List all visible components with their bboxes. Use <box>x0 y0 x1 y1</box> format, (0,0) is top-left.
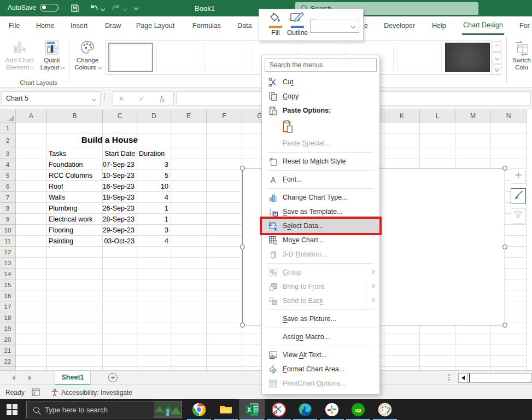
cell[interactable] <box>171 290 207 301</box>
chart-style-thumbnail[interactable] <box>108 43 153 72</box>
sheet-nav-right-icon[interactable] <box>28 375 32 381</box>
cell[interactable] <box>103 258 137 269</box>
cell[interactable] <box>491 334 527 345</box>
taskbar-app-slack[interactable] <box>319 399 345 420</box>
cell[interactable] <box>171 247 207 258</box>
cell[interactable] <box>207 334 242 345</box>
cell[interactable] <box>16 334 47 345</box>
cell[interactable] <box>103 356 137 367</box>
cell[interactable] <box>137 356 171 367</box>
cell-B9[interactable]: Electrical work <box>47 214 103 225</box>
cell[interactable] <box>103 334 137 345</box>
menu-item-reset-to-match-style[interactable]: Reset to Match Style <box>262 154 379 168</box>
accessibility-icon[interactable] <box>50 388 59 396</box>
sheet-tab-sheet1[interactable]: Sheet1 <box>55 371 91 385</box>
save-icon[interactable] <box>70 3 80 13</box>
cell[interactable] <box>103 345 137 356</box>
accessibility-status[interactable]: Accessibility: Investigate <box>61 389 132 396</box>
cell[interactable] <box>16 247 47 258</box>
chart-resize-handle[interactable] <box>502 323 507 328</box>
row-header-5[interactable]: 5 <box>0 170 16 181</box>
cell[interactable] <box>137 345 171 356</box>
cell[interactable] <box>137 269 171 279</box>
cell[interactable] <box>16 345 47 356</box>
chart-resize-handle[interactable] <box>240 244 245 249</box>
cell[interactable] <box>47 247 103 258</box>
tab-draw[interactable]: Draw <box>104 16 122 35</box>
cell[interactable] <box>16 181 47 192</box>
start-button[interactable] <box>7 404 17 415</box>
menu-item-paste-default[interactable] <box>262 118 379 136</box>
cell[interactable] <box>207 290 242 301</box>
cell[interactable] <box>137 247 171 258</box>
cell[interactable] <box>171 225 207 236</box>
cell[interactable] <box>103 279 137 290</box>
column-header-c[interactable]: C <box>103 109 137 122</box>
cell-B5[interactable]: RCC Columns <box>47 170 103 181</box>
cell-B4[interactable]: Foundation <box>47 159 103 170</box>
row-header-4[interactable]: 4 <box>0 159 16 170</box>
cell[interactable] <box>491 345 527 356</box>
column-header-k[interactable]: K <box>384 109 420 122</box>
cell[interactable] <box>171 345 207 356</box>
tab-help[interactable]: Help <box>431 16 447 35</box>
cell[interactable] <box>455 133 491 148</box>
chart-styles-button[interactable] <box>511 188 526 203</box>
tab-home[interactable]: Home <box>35 16 55 35</box>
chart-elements-button[interactable] <box>511 168 526 184</box>
cell[interactable] <box>103 269 137 279</box>
gallery-scroll-down-button[interactable] <box>493 52 501 63</box>
cell-B7[interactable]: Walls <box>47 192 103 203</box>
cell[interactable] <box>137 279 171 290</box>
undo-dropdown-icon[interactable] <box>101 7 105 11</box>
cell[interactable] <box>16 122 47 133</box>
cell-C7[interactable]: 18-Sep-23 <box>103 192 137 203</box>
cell[interactable] <box>207 214 242 225</box>
quick-layout-button[interactable]: QuickLayout <box>36 37 68 84</box>
menu-item-font[interactable]: AFont... <box>262 172 379 186</box>
sheet-title-cell[interactable]: Build a House <box>48 135 171 145</box>
column-header-a[interactable]: A <box>16 109 47 122</box>
menu-item-format-chart-area[interactable]: Format Chart Area... <box>262 362 379 376</box>
row-header-14[interactable]: 14 <box>0 269 16 279</box>
column-header-d[interactable]: D <box>137 109 171 122</box>
cell[interactable] <box>455 148 491 159</box>
change-colours-button[interactable]: ChangeColours <box>72 37 103 84</box>
cell[interactable] <box>47 323 103 334</box>
cell[interactable] <box>207 236 242 247</box>
column-header-n[interactable]: N <box>491 109 527 122</box>
cell[interactable] <box>16 192 47 203</box>
cell[interactable] <box>384 148 420 159</box>
chart-style-thumbnail[interactable] <box>204 43 249 72</box>
cell[interactable] <box>455 334 491 345</box>
cell[interactable] <box>420 334 455 345</box>
insert-function-icon[interactable]: fx <box>154 91 171 106</box>
column-header-l[interactable]: L <box>420 109 455 122</box>
tab-chart-design[interactable]: Chart Design <box>462 16 504 35</box>
cell[interactable] <box>16 290 47 301</box>
tab-for[interactable]: For <box>518 16 531 35</box>
name-box[interactable]: Chart 5 <box>1 91 101 106</box>
tab-file[interactable]: File <box>8 16 21 35</box>
cell[interactable] <box>455 122 491 133</box>
cell[interactable] <box>207 225 242 236</box>
cell[interactable] <box>207 170 242 181</box>
cell[interactable] <box>171 181 207 192</box>
select-all-corner[interactable] <box>0 109 16 122</box>
cell[interactable] <box>384 345 420 356</box>
menu-item-view-alt-text[interactable]: View Alt Text... <box>262 348 379 362</box>
chart-resize-handle[interactable] <box>502 166 507 171</box>
cell[interactable] <box>171 279 207 290</box>
cell[interactable] <box>16 203 47 214</box>
tab-formulas[interactable]: Formulas <box>191 16 222 35</box>
cell-D4[interactable]: 3 <box>137 159 171 170</box>
row-header-19[interactable]: 19 <box>0 323 16 334</box>
cell[interactable] <box>16 148 47 159</box>
cell[interactable] <box>207 312 242 323</box>
cell-D7[interactable]: 4 <box>137 192 171 203</box>
cell[interactable] <box>47 312 103 323</box>
cell[interactable] <box>171 203 207 214</box>
cell[interactable] <box>420 122 455 133</box>
cell[interactable] <box>47 122 103 133</box>
column-header-e[interactable]: E <box>171 109 207 122</box>
